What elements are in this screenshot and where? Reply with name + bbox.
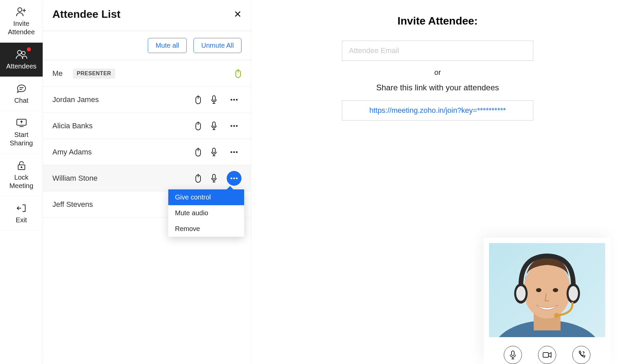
svg-point-31 — [516, 286, 526, 301]
svg-point-2 — [22, 51, 25, 55]
svg-point-25 — [233, 177, 235, 179]
mic-toggle-button[interactable] — [504, 346, 522, 364]
sidebar-item-attendees[interactable]: Attendees — [0, 43, 43, 77]
people-icon — [15, 49, 28, 60]
menu-remove[interactable]: Remove — [168, 221, 244, 237]
attendee-row: Amy Adams — [43, 139, 251, 165]
sidebar-label-chat: Chat — [14, 96, 28, 105]
svg-point-16 — [236, 125, 238, 127]
attendee-row: Jordan James — [43, 87, 251, 113]
screen-share-icon — [16, 117, 27, 129]
invite-title: Invite Attendee: — [271, 15, 604, 27]
panel-title: Attendee List — [52, 8, 121, 20]
sidebar-item-exit[interactable]: Exit — [0, 196, 43, 231]
svg-point-14 — [231, 125, 232, 127]
menu-mute-audio[interactable]: Mute audio — [168, 205, 244, 221]
microphone-icon[interactable] — [211, 121, 217, 131]
svg-point-35 — [536, 288, 541, 292]
svg-point-15 — [233, 125, 235, 127]
mouse-icon[interactable] — [195, 174, 201, 183]
svg-point-0 — [18, 8, 22, 12]
sidebar-item-chat[interactable]: Chat — [0, 77, 43, 111]
svg-rect-23 — [213, 174, 215, 179]
svg-point-1 — [17, 50, 21, 54]
sidebar-label-invite: Invite Attendee — [8, 19, 35, 36]
svg-point-33 — [569, 286, 578, 301]
mute-all-button[interactable]: Mute all — [148, 38, 187, 53]
svg-point-21 — [236, 151, 238, 153]
video-controls — [489, 337, 605, 364]
svg-point-9 — [231, 99, 232, 100]
sidebar-label-attendees: Attendees — [6, 62, 36, 71]
attendee-name: Jordan James — [52, 95, 189, 104]
mouse-icon[interactable] — [195, 121, 201, 131]
panel-header: Attendee List ✕ — [43, 0, 251, 31]
presenter-badge: PRESENTER — [73, 69, 115, 79]
notification-badge — [27, 47, 31, 51]
mouse-icon — [235, 69, 241, 79]
mouse-icon[interactable] — [195, 95, 201, 104]
attendee-row: William Stone Give control Mute audio Re… — [43, 165, 251, 191]
exit-icon — [16, 202, 27, 214]
attendee-row-me: Me PRESENTER — [43, 60, 251, 87]
svg-point-10 — [233, 99, 235, 100]
person-plus-icon — [16, 6, 27, 17]
unmute-all-button[interactable]: Unmute All — [193, 38, 241, 53]
sidebar-label-share: Start Sharing — [10, 131, 33, 147]
svg-point-11 — [236, 99, 238, 100]
or-text: or — [271, 68, 604, 77]
svg-point-26 — [236, 177, 238, 179]
svg-rect-18 — [213, 148, 215, 153]
sidebar-item-lock[interactable]: Lock Meeting — [0, 154, 43, 196]
microphone-icon[interactable] — [211, 174, 217, 183]
sidebar-label-lock: Lock Meeting — [9, 173, 33, 190]
attendee-panel: Attendee List ✕ Mute all Unmute All Me P… — [43, 0, 251, 364]
more-options-button[interactable] — [227, 171, 241, 186]
attendee-name: Amy Adams — [52, 148, 189, 156]
microphone-icon[interactable] — [211, 147, 217, 157]
svg-point-34 — [554, 313, 559, 318]
lock-open-icon — [17, 160, 26, 171]
svg-point-5 — [21, 167, 22, 168]
menu-give-control[interactable]: Give control — [168, 189, 244, 205]
close-icon[interactable]: ✕ — [234, 9, 241, 20]
sidebar-label-exit: Exit — [16, 216, 27, 224]
mouse-icon[interactable] — [195, 147, 201, 157]
attendee-context-menu: Give control Mute audio Remove — [168, 189, 244, 237]
sidebar-item-invite[interactable]: Invite Attendee — [0, 0, 43, 43]
more-options-button[interactable] — [227, 145, 241, 160]
video-card — [484, 238, 611, 364]
sidebar: Invite Attendee Attendees Chat — [0, 0, 43, 364]
share-text: Share this link with your attendees — [271, 83, 604, 92]
attendee-name: William Stone — [52, 174, 189, 183]
chat-icon — [16, 83, 27, 94]
video-thumbnail — [489, 243, 605, 337]
panel-controls: Mute all Unmute All — [43, 31, 251, 60]
svg-rect-37 — [511, 351, 514, 356]
svg-rect-13 — [213, 122, 215, 127]
svg-point-29 — [524, 262, 571, 319]
more-options-button[interactable] — [227, 92, 241, 107]
attendee-name: Alicia Banks — [52, 122, 189, 130]
placeholder-text: Attendee Email — [349, 46, 399, 55]
invite-pane: Invite Attendee: Attendee Email or Share… — [251, 0, 624, 364]
svg-rect-8 — [213, 96, 215, 100]
attendee-name: Me — [52, 69, 63, 78]
attendee-email-input[interactable]: Attendee Email — [342, 41, 533, 61]
svg-point-24 — [231, 177, 232, 179]
svg-rect-38 — [543, 353, 548, 357]
svg-point-36 — [553, 288, 558, 292]
more-options-button[interactable] — [227, 119, 241, 133]
share-link-box[interactable]: https://meeting.zoho.in/join?key=*******… — [342, 100, 533, 121]
svg-point-20 — [233, 151, 235, 153]
leave-call-button[interactable] — [572, 346, 590, 364]
microphone-icon[interactable] — [211, 95, 217, 104]
attendee-row: Alicia Banks — [43, 113, 251, 139]
sidebar-item-share[interactable]: Start Sharing — [0, 111, 43, 154]
camera-toggle-button[interactable] — [538, 346, 556, 364]
svg-point-19 — [231, 151, 232, 153]
